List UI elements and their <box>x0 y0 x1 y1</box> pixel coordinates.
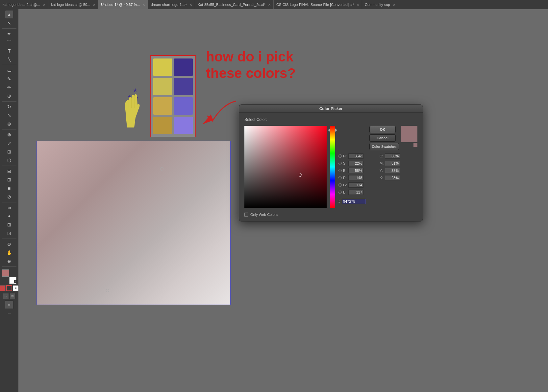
s-label: S: <box>343 161 347 165</box>
tool-scale[interactable]: ⤡ <box>5 111 13 119</box>
swatch-0-0[interactable] <box>153 58 172 76</box>
tool-blob-brush[interactable]: ⊕ <box>5 92 13 100</box>
tool-direct-select[interactable]: ↖ <box>5 19 13 27</box>
cancel-button[interactable]: Cancel <box>369 134 396 142</box>
tool-text[interactable]: T <box>5 47 13 55</box>
normal-view-btn[interactable]: ▭ <box>3 293 9 299</box>
tab-1-close[interactable]: ✕ <box>93 3 95 7</box>
tab-5-label: CS-CIS-Logo-FINAL-Source-File [Converted… <box>276 3 354 7</box>
tab-1[interactable]: kat-logo-ideas.ai @ 50... ✕ <box>48 0 98 9</box>
hue-slider[interactable] <box>330 126 335 208</box>
h-radio[interactable] <box>338 154 342 158</box>
tab-3[interactable]: dream-chart-logo-1.ai* ✕ <box>148 0 195 9</box>
tab-6[interactable]: Community-sup ✕ <box>362 0 398 9</box>
outline-view-btn[interactable]: ◫ <box>10 293 15 299</box>
swatch-1-0[interactable] <box>153 78 172 95</box>
tool-rectangle[interactable]: ▭ <box>5 66 13 74</box>
color-picker-dialog: Color Picker Select Color: <box>239 104 423 221</box>
tool-slice[interactable]: ⊘ <box>5 240 13 248</box>
tab-2-close[interactable]: ✕ <box>142 3 145 7</box>
m-input[interactable] <box>385 161 400 166</box>
tool-rotate[interactable]: ↻ <box>5 103 13 111</box>
tool-gradient[interactable]: ■ <box>5 184 13 192</box>
c-input[interactable] <box>385 153 400 159</box>
color-fill-btn[interactable] <box>0 285 6 291</box>
c-row: C: <box>380 153 417 159</box>
tool-pen[interactable]: ✒ <box>5 30 13 38</box>
b-input[interactable] <box>348 168 363 173</box>
tool-line[interactable]: ╲ <box>5 56 13 63</box>
svg-text:★: ★ <box>133 87 137 93</box>
swatch-3-1[interactable] <box>174 117 193 134</box>
b2-radio[interactable] <box>338 191 342 194</box>
b2-input[interactable] <box>348 190 363 195</box>
swatch-3-0[interactable] <box>153 117 172 134</box>
color-swatches-button[interactable]: Color Swatches <box>369 143 399 150</box>
k-input[interactable] <box>385 175 400 180</box>
hand-svg: ★ ★ ★ <box>117 85 143 127</box>
swatch-2-1[interactable] <box>174 97 193 115</box>
r-input[interactable] <box>348 175 363 180</box>
hex-input[interactable] <box>342 199 365 204</box>
empty-row <box>380 182 417 188</box>
h-input[interactable] <box>348 153 363 159</box>
s-radio[interactable] <box>338 162 342 165</box>
more-tools-btn[interactable]: ··· <box>8 311 11 315</box>
tool-perspective[interactable]: ⊟ <box>5 167 13 175</box>
color-sample-small[interactable] <box>413 143 417 147</box>
tab-4[interactable]: Kat-85x55_Business_Card_Portrait_2s.ai* … <box>195 0 274 9</box>
only-web-colors-checkbox[interactable] <box>244 213 248 217</box>
color-values-grid: H: C: S: M: <box>338 153 417 196</box>
tab-3-label: dream-chart-logo-1.ai* <box>151 3 187 7</box>
tool-eyedropper[interactable]: ⊘ <box>5 193 13 201</box>
tab-0[interactable]: kat-logo-ideas-2.ai @... ✕ <box>0 0 48 9</box>
tool-warp[interactable]: ⊛ <box>5 120 13 128</box>
tool-free-transform[interactable]: ⤢ <box>5 139 13 147</box>
toolbar-divider-3 <box>2 101 17 102</box>
r-radio[interactable] <box>338 176 342 179</box>
swatch-0-1[interactable] <box>174 58 193 76</box>
tool-width[interactable]: ⊗ <box>5 131 13 139</box>
g-row: G: <box>338 182 376 188</box>
tab-2[interactable]: Untitled-1* @ 40.67 %... ✕ <box>98 0 148 9</box>
select-color-label: Select Color: <box>244 117 417 122</box>
tool-zoom[interactable]: ⊕ <box>5 257 13 265</box>
tool-pencil[interactable]: ✏ <box>5 83 13 91</box>
tool-artboard[interactable]: ⊡ <box>5 229 13 237</box>
swatch-1-1[interactable] <box>174 78 193 95</box>
tool-curvature[interactable]: ⌒ <box>5 38 13 46</box>
tool-blend[interactable]: ∞ <box>5 204 13 212</box>
tab-5-close[interactable]: ✕ <box>357 3 359 7</box>
tool-column-graph[interactable]: ⊞ <box>5 221 13 229</box>
g-radio[interactable] <box>338 183 342 187</box>
tool-hand[interactable]: ✋ <box>5 249 13 257</box>
swap-colors-button[interactable]: ⇅ <box>14 280 17 283</box>
b-label: B: <box>343 169 347 173</box>
hex-hash: # <box>338 199 340 203</box>
color-mode-buttons: ⊘ <box>0 285 19 291</box>
none-btn[interactable]: ⊘ <box>13 285 19 291</box>
foreground-color-box[interactable] <box>2 269 9 277</box>
s-input[interactable] <box>348 161 363 166</box>
color-gradient-box[interactable] <box>244 126 327 208</box>
only-web-colors-row: Only Web Colors <box>244 213 417 217</box>
tab-6-close[interactable]: ✕ <box>393 3 395 7</box>
g-input[interactable] <box>348 182 363 188</box>
y-input[interactable] <box>385 168 400 173</box>
tab-5[interactable]: CS-CIS-Logo-FINAL-Source-File [Converted… <box>274 0 362 9</box>
change-screen-mode-btn[interactable]: ▭ <box>5 300 13 309</box>
tool-live-paint[interactable]: ⬡ <box>5 156 13 164</box>
tool-select[interactable]: ▲ <box>5 11 13 18</box>
color-stroke-btn[interactable] <box>6 285 12 291</box>
tool-paintbrush[interactable]: ✎ <box>5 75 13 83</box>
tab-3-close[interactable]: ✕ <box>189 3 192 7</box>
tool-mesh[interactable]: ⊞ <box>5 176 13 184</box>
tool-shape-builder[interactable]: ⊞ <box>5 148 13 156</box>
b-radio[interactable] <box>338 169 342 172</box>
swatch-2-0[interactable] <box>153 97 172 115</box>
tool-symbol-sprayer[interactable]: ✦ <box>5 212 13 220</box>
tab-4-close[interactable]: ✕ <box>268 3 271 7</box>
toolbar-divider-6 <box>2 202 17 202</box>
ok-button[interactable]: OK <box>369 126 396 133</box>
tab-0-close[interactable]: ✕ <box>43 3 45 7</box>
